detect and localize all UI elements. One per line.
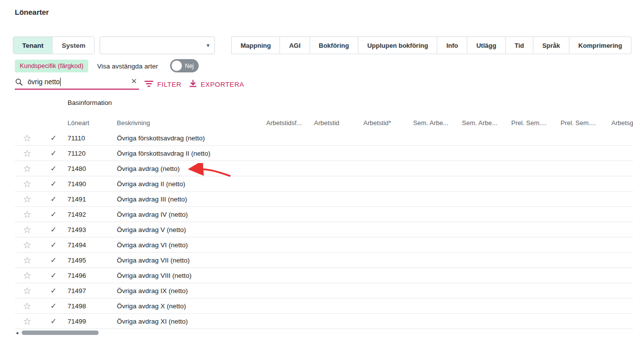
- tab-button[interactable]: AGI: [280, 36, 310, 54]
- tab-button[interactable]: Språk: [533, 36, 569, 54]
- table-row[interactable]: ☆ ✓ 71499 Övriga avdrag XI (netto): [15, 314, 633, 329]
- wage-type-code: 71120: [68, 150, 117, 157]
- favorite-star-icon[interactable]: ☆: [23, 210, 31, 219]
- favorite-star-icon[interactable]: ☆: [23, 301, 31, 311]
- favorite-star-icon[interactable]: ☆: [23, 179, 31, 189]
- table-row[interactable]: ☆ ✓ 71494 Övriga avdrag VI (netto): [15, 237, 633, 253]
- toggle-knob: [172, 61, 182, 71]
- wage-type-description: Övriga avdrag IX (netto): [117, 287, 266, 295]
- show-disabled-label: Visa avstängda arter: [97, 63, 158, 70]
- wage-type-description: Övriga avdrag VIII (netto): [117, 272, 266, 279]
- active-check-icon[interactable]: ✓: [50, 210, 57, 219]
- search-input[interactable]: övrig netto ✕: [15, 75, 139, 90]
- column-header[interactable]: Löneart: [68, 119, 117, 127]
- search-value: övrig netto: [28, 78, 60, 86]
- customer-specific-chip[interactable]: Kundspecifik (färgkod): [15, 60, 88, 72]
- wage-type-code: 71492: [68, 211, 117, 218]
- column-header[interactable]: Arbetsg...: [611, 119, 633, 127]
- favorite-star-icon[interactable]: ☆: [23, 317, 31, 326]
- tenant-system-toggle: Tenant System: [13, 36, 95, 54]
- active-check-icon[interactable]: ✓: [50, 133, 57, 142]
- active-check-icon[interactable]: ✓: [50, 225, 57, 234]
- column-header[interactable]: Beskrivning: [117, 119, 266, 127]
- wage-type-code: 71498: [68, 302, 117, 310]
- download-icon: [189, 80, 197, 89]
- table-row[interactable]: ☆ ✓ 71110 Övriga förskottsavdrag (netto): [15, 131, 633, 146]
- favorite-star-icon[interactable]: ☆: [23, 133, 31, 143]
- filter-icon: [144, 80, 153, 89]
- favorite-star-icon[interactable]: ☆: [23, 195, 31, 204]
- wage-type-description: Övriga förskottsavdrag (netto): [117, 134, 266, 142]
- favorite-star-icon[interactable]: ☆: [23, 164, 31, 173]
- column-header[interactable]: Sem. Arbe...: [462, 119, 511, 127]
- wage-type-description: Övriga avdrag VII (netto): [117, 257, 266, 264]
- table-row[interactable]: ☆ ✓ 71120 Övriga förskottsavdrag II (net…: [15, 146, 633, 161]
- wage-type-code: 71490: [68, 180, 117, 188]
- active-check-icon[interactable]: ✓: [50, 195, 57, 203]
- tab-button[interactable]: Info: [437, 36, 467, 54]
- segment-tenant[interactable]: Tenant: [13, 37, 52, 54]
- wage-type-code: 71496: [68, 272, 117, 279]
- export-button[interactable]: EXPORTERA: [189, 79, 244, 89]
- wage-type-description: Övriga avdrag II (netto): [117, 180, 266, 188]
- active-check-icon[interactable]: ✓: [50, 179, 57, 188]
- active-check-icon[interactable]: ✓: [50, 301, 57, 310]
- active-check-icon[interactable]: ✓: [50, 164, 57, 173]
- clear-search-icon[interactable]: ✕: [129, 77, 139, 87]
- table-row[interactable]: ☆ ✓ 71493 Övriga avdrag V (netto): [15, 222, 633, 237]
- text-cursor: [60, 78, 61, 86]
- column-header[interactable]: Sem. Arbe...: [413, 119, 462, 127]
- favorite-star-icon[interactable]: ☆: [23, 225, 31, 234]
- favorite-star-icon[interactable]: ☆: [23, 149, 31, 158]
- table-row[interactable]: ☆ ✓ 71496 Övriga avdrag VIII (netto): [15, 268, 633, 283]
- table-group-header: Basinformation: [68, 99, 112, 106]
- filter-button[interactable]: FILTER: [144, 79, 181, 89]
- table-row[interactable]: ☆ ✓ 71495 Övriga avdrag VII (netto): [15, 253, 633, 268]
- search-icon: [15, 78, 23, 86]
- export-label: EXPORTERA: [201, 81, 244, 88]
- horizontal-scrollbar-thumb[interactable]: [22, 331, 99, 335]
- table-row[interactable]: ☆ ✓ 71491 Övriga avdrag III (netto): [15, 192, 633, 207]
- active-check-icon[interactable]: ✓: [50, 256, 57, 265]
- tab-button[interactable]: Mappning: [231, 36, 280, 54]
- wage-type-code: 71493: [68, 226, 117, 233]
- tab-button[interactable]: Bokföring: [310, 36, 358, 54]
- tab-button[interactable]: Tid: [505, 36, 533, 54]
- tab-button[interactable]: Utlägg: [467, 36, 505, 54]
- wage-type-dropdown[interactable]: ▾: [100, 36, 215, 54]
- wage-type-code: 71491: [68, 196, 117, 203]
- scroll-left-icon[interactable]: ◂: [16, 331, 18, 335]
- active-check-icon[interactable]: ✓: [50, 149, 57, 158]
- table-row[interactable]: ☆ ✓ 71498 Övriga avdrag X (netto): [15, 298, 633, 314]
- table-header-row: Löneart Beskrivning Arbetstidsf... Arbet…: [15, 115, 633, 130]
- favorite-star-icon[interactable]: ☆: [23, 256, 31, 265]
- show-disabled-toggle[interactable]: Nej: [170, 59, 199, 72]
- active-check-icon[interactable]: ✓: [50, 271, 57, 280]
- toggle-state-label: Nej: [185, 63, 194, 69]
- table-body: ☆ ✓ 71110 Övriga förskottsavdrag (netto)…: [15, 131, 633, 329]
- segment-system[interactable]: System: [52, 37, 94, 54]
- wage-type-description: Övriga avdrag XI (netto): [117, 318, 266, 325]
- column-header[interactable]: Arbetstidsf...: [266, 119, 314, 127]
- tab-button[interactable]: Upplupen bokföring: [358, 36, 437, 54]
- table-row[interactable]: ☆ ✓ 71497 Övriga avdrag IX (netto): [15, 283, 633, 298]
- column-header[interactable]: Prel. Sem....: [511, 119, 561, 127]
- table-row[interactable]: ☆ ✓ 71492 Övriga avdrag IV (netto): [15, 207, 633, 222]
- tab-button[interactable]: Komprimering: [569, 36, 632, 54]
- wage-type-code: 71499: [68, 318, 117, 325]
- favorite-star-icon[interactable]: ☆: [23, 240, 31, 250]
- active-check-icon[interactable]: ✓: [50, 317, 57, 326]
- table-row[interactable]: ☆ ✓ 71480 Övriga avdrag (netto): [15, 161, 633, 176]
- favorite-star-icon[interactable]: ☆: [23, 271, 31, 280]
- wage-type-code: 71494: [68, 241, 117, 249]
- wage-type-description: Övriga avdrag X (netto): [117, 302, 266, 310]
- favorite-star-icon[interactable]: ☆: [23, 286, 31, 296]
- column-header[interactable]: Prel. Sem....: [561, 119, 611, 127]
- column-header[interactable]: Arbetstid*: [363, 119, 413, 127]
- wage-type-code: 71480: [68, 165, 117, 172]
- page-title: Lönearter: [15, 8, 49, 16]
- active-check-icon[interactable]: ✓: [50, 286, 57, 295]
- column-header[interactable]: Arbetstid: [314, 119, 363, 127]
- table-row[interactable]: ☆ ✓ 71490 Övriga avdrag II (netto): [15, 176, 633, 192]
- active-check-icon[interactable]: ✓: [50, 240, 57, 249]
